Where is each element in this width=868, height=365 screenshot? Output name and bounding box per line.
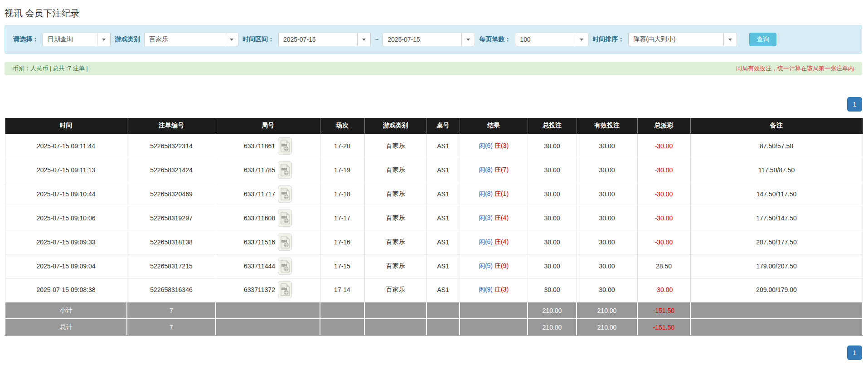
chevron-down-icon[interactable] xyxy=(357,33,370,46)
cell-result: 闲(6) 庄(4) xyxy=(460,230,528,254)
cell-time: 2025-07-15 09:09:33 xyxy=(5,230,127,254)
cell-time: 2025-07-15 09:11:13 xyxy=(5,158,127,182)
total-row: 总计 7 210.00 210.00 -151.50 xyxy=(5,319,863,336)
header-game-type: 游戏类别 xyxy=(364,118,427,134)
video-replay-icon[interactable] xyxy=(278,185,292,203)
cell-session: 17-16 xyxy=(320,230,364,254)
page-button[interactable]: 1 xyxy=(847,346,862,360)
table-row: 2025-07-15 09:08:38 522658316346 6337113… xyxy=(5,278,863,302)
valid-bet-note: 同局有效投注，统一计算在该局第一张注单内 xyxy=(736,64,854,73)
cell-game-type: 百家乐 xyxy=(364,182,427,206)
round-number: 633711444 xyxy=(244,263,275,270)
table-header-row: 时间 注单编号 局号 场次 游戏类别 桌号 结果 总投注 有效投注 总派彩 备注 xyxy=(5,118,863,134)
filter-panel: 请选择： 日期查询 游戏类别 百家乐 时间区间： 2025-07-15 ~ 20… xyxy=(5,25,862,54)
cell-total-bet: 30.00 xyxy=(528,158,577,182)
cell-session: 17-19 xyxy=(320,158,364,182)
cell-valid-bet: 30.00 xyxy=(577,254,637,278)
currency-total-text: 币别：人民币 | 总共 :7 注单 | xyxy=(13,64,88,73)
subtotal-valid-bet: 210.00 xyxy=(577,302,637,319)
video-replay-icon[interactable] xyxy=(278,281,292,298)
cell-valid-bet: 30.00 xyxy=(577,158,637,182)
cell-table-id: AS1 xyxy=(427,254,460,278)
cell-bet-id: 522658318138 xyxy=(127,230,216,254)
query-button[interactable]: 查询 xyxy=(749,33,776,46)
cell-valid-bet: 30.00 xyxy=(577,206,637,230)
table-row: 2025-07-15 09:11:13 522658321424 6337117… xyxy=(5,158,863,182)
time-sort-label: 时间排序： xyxy=(592,35,624,44)
date-from-select[interactable]: 2025-07-15 xyxy=(278,33,371,46)
result-banker: 庄(3) xyxy=(495,286,509,293)
cell-bet-id: 522658319297 xyxy=(127,206,216,230)
header-valid-bet: 有效投注 xyxy=(577,118,637,134)
header-total-bet: 总投注 xyxy=(528,118,577,134)
cell-result: 闲(5) 庄(9) xyxy=(460,254,528,278)
pagination-top: 1 xyxy=(5,97,862,112)
cell-session: 17-18 xyxy=(320,182,364,206)
cell-game-type: 百家乐 xyxy=(364,278,427,302)
cell-remark: 147.50/117.50 xyxy=(690,182,863,206)
cell-round-id: 633711608 xyxy=(216,206,320,230)
cell-total-bet: 30.00 xyxy=(528,230,577,254)
cell-payout: -30.00 xyxy=(637,278,690,302)
video-replay-icon[interactable] xyxy=(278,209,292,227)
page-size-select[interactable]: 100 xyxy=(515,33,588,46)
header-table-id: 桌号 xyxy=(427,118,460,134)
round-number: 633711372 xyxy=(244,286,275,293)
date-to-select[interactable]: 2025-07-15 xyxy=(383,33,475,46)
cell-round-id: 633711717 xyxy=(216,182,320,206)
cell-remark: 207.50/177.50 xyxy=(690,230,863,254)
page-button[interactable]: 1 xyxy=(847,97,862,112)
date-to-value: 2025-07-15 xyxy=(383,33,461,46)
cell-bet-id: 522658316346 xyxy=(127,278,216,302)
query-type-select[interactable]: 日期查询 xyxy=(43,33,111,46)
result-banker: 庄(4) xyxy=(495,214,509,221)
table-row: 2025-07-15 09:09:33 522658318138 6337115… xyxy=(5,230,863,254)
header-payout: 总派彩 xyxy=(637,118,690,134)
video-replay-icon[interactable] xyxy=(278,234,292,251)
cell-table-id: AS1 xyxy=(427,206,460,230)
date-from-value: 2025-07-15 xyxy=(279,33,357,46)
cell-bet-id: 522658322314 xyxy=(127,134,216,158)
cell-payout: -30.00 xyxy=(637,158,690,182)
cell-payout: 28.50 xyxy=(637,254,690,278)
video-replay-icon[interactable] xyxy=(278,137,292,155)
result-banker: 庄(1) xyxy=(495,190,509,197)
chevron-down-icon[interactable] xyxy=(723,33,737,46)
cell-payout: -30.00 xyxy=(637,230,690,254)
cell-total-bet: 30.00 xyxy=(528,254,577,278)
header-session: 场次 xyxy=(320,118,364,134)
cell-result: 闲(6) 庄(3) xyxy=(460,134,528,158)
cell-round-id: 633711372 xyxy=(216,278,320,302)
chevron-down-icon[interactable] xyxy=(575,33,588,46)
cell-session: 17-17 xyxy=(320,206,364,230)
chevron-down-icon[interactable] xyxy=(225,33,238,46)
chevron-down-icon[interactable] xyxy=(461,33,475,46)
chevron-down-icon[interactable] xyxy=(97,33,110,46)
time-sort-value: 降幂(由大到小) xyxy=(629,33,723,46)
result-player: 闲(9) xyxy=(479,286,493,293)
round-number: 633711861 xyxy=(244,142,275,150)
cell-total-bet: 30.00 xyxy=(528,182,577,206)
cell-game-type: 百家乐 xyxy=(364,230,427,254)
time-sort-select[interactable]: 降幂(由大到小) xyxy=(628,33,737,46)
result-player: 闲(8) xyxy=(479,166,493,173)
result-banker: 庄(9) xyxy=(495,262,509,269)
cell-time: 2025-07-15 09:09:04 xyxy=(5,254,127,278)
cell-valid-bet: 30.00 xyxy=(577,230,637,254)
cell-remark: 209.00/179.00 xyxy=(690,278,863,302)
cell-payout: -30.00 xyxy=(637,206,690,230)
table-row: 2025-07-15 09:10:06 522658319297 6337116… xyxy=(5,206,863,230)
video-replay-icon[interactable] xyxy=(278,258,292,275)
total-label: 总计 xyxy=(5,319,127,336)
time-range-label: 时间区间： xyxy=(242,35,274,44)
summary-bar: 币别：人民币 | 总共 :7 注单 | 同局有效投注，统一计算在该局第一张注单内 xyxy=(5,62,862,75)
game-type-select[interactable]: 百家乐 xyxy=(144,33,238,46)
header-round-id: 局号 xyxy=(216,118,320,134)
cell-session: 17-20 xyxy=(320,134,364,158)
round-number: 633711516 xyxy=(244,238,275,246)
table-row: 2025-07-15 09:10:44 522658320469 6337117… xyxy=(5,182,863,206)
cell-bet-id: 522658320469 xyxy=(127,182,216,206)
video-replay-icon[interactable] xyxy=(278,161,292,179)
cell-total-bet: 30.00 xyxy=(528,134,577,158)
table-row: 2025-07-15 09:09:04 522658317215 6337114… xyxy=(5,254,863,278)
